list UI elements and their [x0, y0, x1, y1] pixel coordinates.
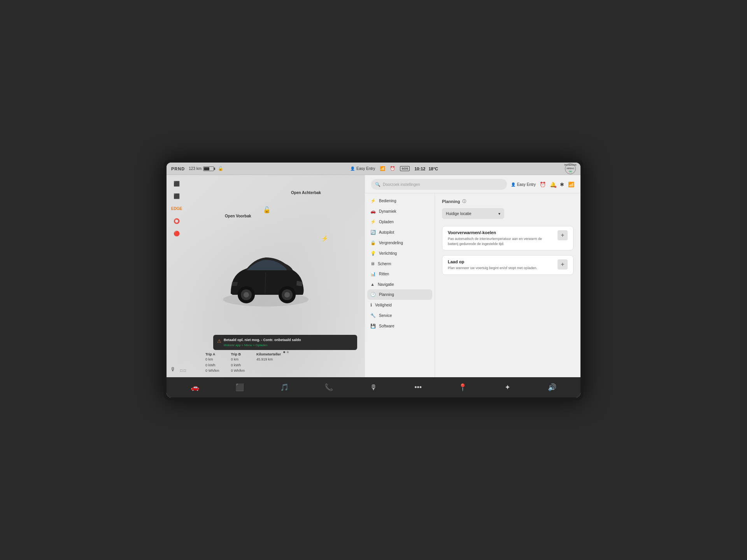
screen: PRND 123 km 🔓 👤 Easy Entry 📶 ⏰ SOS: [167, 163, 580, 397]
menu-item-autopilot[interactable]: 🔄 Autopilot: [365, 227, 435, 238]
ritten-icon: 📊: [370, 271, 376, 276]
menu-item-navigatie[interactable]: ▲ Navigatie: [365, 279, 435, 289]
search-input[interactable]: Doorzoek instellingen: [383, 182, 420, 187]
settings-body: ⚡ Bediening 🚗 Dynamiek ⚡ Opladen 🔄: [365, 193, 580, 377]
voorverwarmen-text: Voorverwarmen/-koelen Pas automatisch de…: [448, 230, 558, 246]
service-label: Service: [379, 313, 392, 318]
user-name-header: Easy Entry: [517, 182, 536, 187]
alarm-icon: ⏰: [390, 166, 395, 171]
icon-a: □: [180, 368, 182, 373]
add-voorverwarmen-button[interactable]: +: [558, 230, 568, 240]
trip-a-kwh: 0 kWh: [205, 363, 219, 368]
bottom-phone-button[interactable]: 📞: [307, 383, 351, 392]
trip-a-km: 0 km: [205, 357, 219, 362]
right-panel: 🔍 Doorzoek instellingen 👤 Easy Entry ⏰ 🔔: [365, 175, 580, 377]
trip-a-column: Trip A 0 km 0 kWh 0 Wh/km: [205, 352, 219, 373]
bottom-volume-button[interactable]: 🔊: [530, 383, 574, 392]
status-center: 👤 Easy Entry 📶 ⏰ SOS 10:12 18°C: [350, 166, 438, 171]
verlichting-label: Verlichting: [379, 251, 397, 256]
menu-item-software[interactable]: 💾 Software: [365, 321, 435, 331]
menu-item-service[interactable]: 🔧 Service: [365, 310, 435, 321]
alarm-button[interactable]: ⏰: [540, 182, 546, 187]
sos-badge: SOS: [400, 166, 410, 171]
trip-b-column: Trip B 0 km 0 kWh 0 Wh/km: [231, 352, 245, 373]
voorverwarmen-card: Voorverwarmen/-koelen Pas automatisch de…: [442, 226, 573, 250]
bluetooth-button[interactable]: ✱: [560, 182, 564, 187]
bottom-spotify-button[interactable]: 🎵: [262, 383, 307, 392]
odometer-value: 45.919 km: [256, 357, 281, 362]
menu-item-vergrendeling[interactable]: 🔒 Vergrendeling: [365, 238, 435, 248]
temperature-display: 18°C: [428, 166, 438, 171]
trip-b-kwh: 0 kWh: [231, 363, 245, 368]
header-icons: 👤 Easy Entry ⏰ 🔔 ✱ 📶: [511, 182, 574, 187]
warning-triangle-icon: ⚠: [217, 338, 221, 344]
search-icon: 🔍: [375, 182, 381, 187]
screen-bezel: PRND 123 km 🔓 👤 Easy Entry 📶 ⏰ SOS: [163, 159, 584, 401]
tire-icon[interactable]: ⭕: [170, 216, 183, 226]
navigatie-label: Navigatie: [378, 282, 394, 287]
menu-item-ritten[interactable]: 📊 Ritten: [365, 269, 435, 279]
notification-dot: [554, 186, 556, 188]
location-dropdown[interactable]: Huidige locatie ▾: [442, 208, 504, 219]
add-laad-op-button[interactable]: +: [558, 259, 568, 270]
airbag-label2: AIRBAG: [566, 168, 574, 170]
service-icon: 🔧: [370, 313, 376, 318]
clock-display: 10:12: [414, 166, 425, 171]
header-user[interactable]: 👤 Easy Entry: [511, 182, 536, 187]
laad-op-title: Laad op: [448, 259, 558, 264]
warning-title: Betaald opl. niet mog. - Contr. onbetaal…: [224, 338, 301, 343]
svg-point-3: [244, 292, 249, 298]
menu-item-verlichting[interactable]: 💡 Verlichting: [365, 248, 435, 259]
planning-label: Planning: [379, 292, 394, 297]
bottom-map-button[interactable]: 📍: [440, 383, 485, 392]
search-box[interactable]: 🔍 Doorzoek instellingen: [371, 179, 507, 190]
status-right: PASSENGER AIRBAG ON: [565, 163, 576, 174]
airbag-label1: PASSENGER: [564, 164, 576, 166]
notification-button[interactable]: 🔔: [550, 182, 556, 187]
menu-item-bediening[interactable]: ⚡ Bediening: [365, 196, 435, 206]
menu-item-veiligheid[interactable]: ℹ Veiligheid: [365, 300, 435, 310]
warning-banner[interactable]: ⚠ Betaald opl. niet mog. - Contr. onbeta…: [213, 335, 357, 350]
trip-b-km: 0 km: [231, 357, 245, 362]
fog-light-icon[interactable]: ⬛: [170, 191, 183, 201]
laad-op-text: Laad op Plan wanneer uw voertuig begint …: [448, 259, 558, 271]
bottom-more-button[interactable]: •••: [396, 383, 440, 392]
prnd-display: PRND: [171, 166, 185, 171]
menu-item-dynamiek[interactable]: 🚗 Dynamiek: [365, 206, 435, 217]
bottom-camera-button[interactable]: 🎙: [351, 383, 396, 392]
ritten-label: Ritten: [379, 272, 389, 276]
warning-text: Betaald opl. niet mog. - Contr. onbetaal…: [224, 338, 301, 347]
navigatie-icon: ▲: [370, 282, 375, 287]
menu-item-opladen[interactable]: ⚡ Opladen: [365, 217, 435, 227]
easy-entry-label: Easy Entry: [356, 166, 375, 171]
left-sidebar: ⬛ ⬛ EDGE ⭕ 🔴: [170, 179, 183, 238]
bediening-icon: ⚡: [370, 198, 376, 203]
bottom-apps-button[interactable]: ✦: [485, 383, 530, 392]
section-title-planning: Planning ⓘ: [442, 199, 573, 204]
planning-icon: 🕐: [370, 292, 376, 297]
camera-icon: 🎙: [170, 366, 176, 373]
scherm-icon: 🖥: [370, 261, 375, 266]
bottom-bar: 🚗 ⬛ 🎵 📞 🎙 ••• 📍 ✦ 🔊: [167, 377, 580, 397]
bottom-car-button[interactable]: 🚗: [173, 383, 217, 392]
bottom-tablet-button[interactable]: ⬛: [217, 383, 262, 392]
autopilot-label: Autopilot: [379, 230, 394, 234]
odometer-column: Kilometerteller 45.919 km: [256, 352, 281, 373]
odometer-label: Kilometerteller: [256, 352, 281, 356]
headlight-icon[interactable]: ⬛: [170, 179, 183, 188]
wifi-button[interactable]: 📶: [568, 182, 574, 187]
charging-bolt-icon: ⚡: [321, 235, 328, 242]
info-icon[interactable]: ⓘ: [462, 199, 466, 204]
time-temp: 10:12 18°C: [414, 166, 438, 171]
main-content: ⬛ ⬛ EDGE ⭕ 🔴 Open Voorbak Open Achterbak…: [167, 175, 580, 377]
icon-b: □: [184, 368, 186, 373]
opladen-label: Opladen: [379, 220, 394, 224]
menu-list: ⚡ Bediening 🚗 Dynamiek ⚡ Opladen 🔄: [365, 193, 435, 377]
software-label: Software: [379, 324, 394, 328]
menu-item-planning[interactable]: 🕐 Planning: [367, 289, 432, 300]
bediening-label: Bediening: [379, 199, 396, 203]
warning-subtitle: Mobiele app > Menu > Opladen: [224, 343, 301, 347]
menu-item-scherm[interactable]: 🖥 Scherm: [365, 259, 435, 269]
seatbelt-icon[interactable]: 🔴: [170, 229, 183, 238]
status-left: PRND 123 km 🔓: [171, 166, 223, 171]
